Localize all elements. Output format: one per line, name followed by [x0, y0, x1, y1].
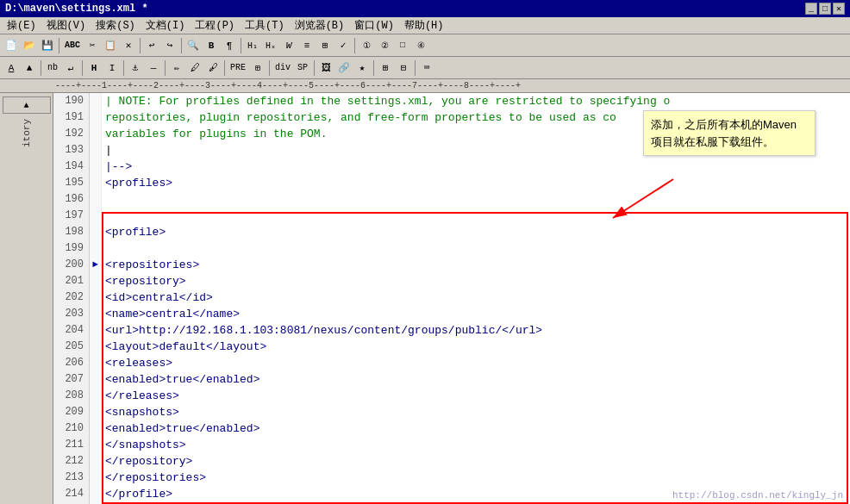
line-content: <url>http://192.168.1.103:8081/nexus/con… — [102, 322, 542, 339]
hi-btn[interactable]: I — [103, 59, 121, 77]
indent-btn[interactable]: ↵ — [62, 59, 79, 77]
line-content: <name>central</name> — [102, 306, 240, 322]
num4-btn[interactable]: ④ — [412, 37, 429, 54]
line-number: 198 — [53, 224, 90, 240]
line-gutter — [90, 93, 102, 109]
h-btn[interactable]: H — [85, 59, 103, 77]
line-gutter — [90, 470, 102, 486]
para-btn[interactable]: ¶ — [221, 37, 238, 54]
table-row: 202 <id>central</id> — [53, 289, 850, 306]
link-btn[interactable]: 🔗 — [335, 59, 353, 77]
line-content: <id>central</id> — [102, 289, 213, 306]
watermark: http://blog.csdn.net/kingly_jn — [672, 490, 843, 501]
nb-btn[interactable]: nb — [44, 59, 61, 77]
menu-item-b[interactable]: 浏览器(B) — [290, 17, 350, 34]
sidebar-label: itory — [22, 119, 32, 147]
align-btn[interactable]: ≡ — [298, 37, 316, 54]
menu-item-w[interactable]: 窗口(W) — [349, 17, 399, 34]
minimize-button[interactable]: _ — [805, 3, 817, 15]
line-content: <enabled>true</enabled> — [102, 371, 259, 388]
table-row: 201 <repository> — [53, 273, 850, 289]
num1-btn[interactable]: ① — [358, 37, 375, 54]
star-btn[interactable]: ★ — [353, 59, 371, 77]
line-content: variables for plugins in the POM. — [102, 126, 327, 142]
table-row: 211 </snapshots> — [53, 437, 850, 453]
sp-btn[interactable]: SP — [294, 59, 311, 77]
redo-button[interactable]: ↪ — [161, 37, 178, 54]
line-number: 190 — [53, 93, 90, 109]
menu-bar: 操(E)视图(V)搜索(S)文档(I)工程(P)工具(T)浏览器(B)窗口(W)… — [0, 17, 850, 34]
square-btn[interactable]: □ — [394, 37, 411, 54]
pen3-btn[interactable]: 🖋 — [204, 59, 222, 77]
new-button[interactable]: 📄 — [3, 37, 20, 54]
anchor-btn[interactable]: ⚓ — [127, 59, 144, 77]
line-content: <enabled>true</enabled> — [102, 420, 259, 437]
grid-btn[interactable]: ⊞ — [377, 59, 394, 77]
tag-btn[interactable]: ⊞ — [249, 59, 266, 77]
grid2-btn[interactable]: ⊟ — [395, 59, 412, 77]
line-content: <snapshots> — [102, 404, 179, 420]
open-button[interactable]: 📂 — [21, 37, 38, 54]
btn4[interactable]: ✕ — [120, 37, 137, 54]
sep6 — [41, 60, 41, 76]
table-row: 198 <profile> — [53, 224, 850, 240]
color-btn[interactable]: ▲ — [21, 59, 38, 77]
check-btn[interactable]: ✓ — [334, 37, 352, 54]
w-btn[interactable]: W — [280, 37, 297, 54]
table-row: 204 <url>http://192.168.1.103:8081/nexus… — [53, 322, 850, 339]
line-number: 212 — [53, 453, 90, 470]
btn3[interactable]: 📋 — [102, 37, 119, 54]
line-content: | — [102, 142, 112, 159]
h1-btn[interactable]: H₁ — [244, 37, 261, 54]
main-area: ▲ itory 添加，之后所有本机的Maven项目就在私服下载组件。 — [0, 93, 850, 504]
close-button[interactable]: ✕ — [833, 3, 845, 15]
line-content: <profile> — [102, 224, 166, 240]
watermark-text: http://blog.csdn.net/kingly_jn — [672, 490, 843, 501]
editor[interactable]: 添加，之后所有本机的Maven项目就在私服下载组件。 190 | NOTE: F… — [53, 93, 850, 504]
sep10 — [224, 60, 225, 76]
line-gutter — [90, 437, 102, 453]
dash-btn[interactable]: — — [145, 59, 162, 77]
line-gutter — [90, 208, 102, 224]
a-btn[interactable]: A — [3, 59, 20, 77]
menu-item-s[interactable]: 搜索(S) — [91, 17, 141, 34]
undo-button[interactable]: ↩ — [143, 37, 160, 54]
menu-item-p[interactable]: 工程(P) — [190, 17, 240, 34]
search-button[interactable]: 🔍 — [184, 37, 202, 54]
menu-item-e[interactable]: 操(E) — [2, 17, 41, 34]
abc-button[interactable]: ABC — [62, 37, 83, 54]
line-gutter — [90, 142, 102, 159]
pen2-btn[interactable]: 🖊 — [186, 59, 203, 77]
bold-btn[interactable]: B — [203, 37, 220, 54]
line-content: </repository> — [102, 453, 192, 470]
menu-item-t[interactable]: 工具(T) — [240, 17, 290, 34]
line-number: 214 — [53, 486, 90, 502]
num2-btn[interactable]: ② — [376, 37, 393, 54]
line-content — [102, 191, 105, 208]
line-number: 208 — [53, 388, 90, 404]
sidebar-scroll[interactable]: ▲ — [3, 96, 51, 114]
pre-btn[interactable]: PRE — [228, 59, 248, 77]
table-row: 196 — [53, 191, 850, 208]
table-btn[interactable]: ⊞ — [316, 37, 334, 54]
line-content: <repository> — [102, 273, 186, 289]
div-btn[interactable]: div — [272, 59, 293, 77]
maximize-button[interactable]: □ — [819, 3, 831, 15]
table-row: 210 <enabled>true</enabled> — [53, 420, 850, 437]
ruler-text: ----+----1----+----2----+----3----+----4… — [55, 81, 521, 90]
btn2[interactable]: ✂ — [84, 37, 101, 54]
hx-btn[interactable]: Hₓ — [262, 37, 279, 54]
img-btn[interactable]: 🖼 — [317, 59, 334, 77]
line-content: </snapshots> — [102, 437, 186, 453]
menu-item-h[interactable]: 帮助(H) — [399, 17, 449, 34]
menu-item-i[interactable]: 文档(I) — [141, 17, 191, 34]
pencil-btn[interactable]: ✏ — [168, 59, 185, 77]
sep4 — [241, 38, 241, 53]
code-btn[interactable]: ⌨ — [418, 59, 435, 77]
line-gutter — [90, 339, 102, 355]
table-row: 208 </releases> — [53, 388, 850, 404]
save-button[interactable]: 💾 — [39, 37, 56, 54]
line-content: </repositories> — [102, 470, 206, 486]
menu-item-v[interactable]: 视图(V) — [41, 17, 91, 34]
table-row: 200► <repositories> — [53, 257, 850, 273]
